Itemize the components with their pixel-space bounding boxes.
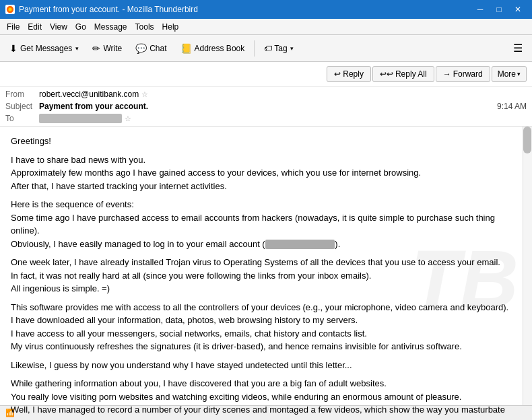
- write-label: Write: [103, 44, 122, 53]
- email-content: Greetings! I have to share bad news with…: [11, 135, 521, 420]
- to-star-icon[interactable]: ☆: [125, 114, 131, 123]
- maximize-button[interactable]: □: [490, 3, 508, 16]
- hamburger-button[interactable]: ☰: [508, 39, 528, 57]
- app-icon: [5, 5, 15, 14]
- from-star-icon[interactable]: ☆: [141, 90, 148, 99]
- action-buttons: ↩ Reply ↩↩ Reply All → Forward More ▾: [327, 66, 527, 82]
- subject-label: Subject: [5, 102, 39, 111]
- close-button[interactable]: ✕: [509, 3, 527, 16]
- address-book-button[interactable]: 📒 Address Book: [175, 40, 251, 57]
- from-row: From robert.vecci@unitibank.com ☆: [0, 87, 532, 100]
- email-actions-bar: ↩ Reply ↩↩ Reply All → Forward More ▾: [0, 62, 532, 87]
- write-icon: ✏: [92, 43, 100, 54]
- paragraph6: While gathering information about you, I…: [11, 377, 521, 420]
- tag-button[interactable]: 🏷 Tag ▾: [259, 41, 298, 56]
- svg-point-1: [8, 7, 11, 11]
- minimize-button[interactable]: ─: [471, 3, 489, 16]
- reply-all-label: Reply All: [395, 69, 427, 79]
- from-value: robert.vecci@unitibank.com: [39, 90, 139, 99]
- forward-label: Forward: [453, 69, 483, 79]
- write-button[interactable]: ✏ Write: [87, 40, 127, 57]
- from-label: From: [5, 90, 39, 99]
- reply-label: Reply: [343, 69, 364, 79]
- get-messages-button[interactable]: ⬇ Get Messages ▾: [4, 40, 84, 57]
- address-book-label: Address Book: [195, 44, 245, 53]
- more-label: More: [498, 69, 516, 79]
- paragraph3: One week later, I have already installed…: [11, 256, 521, 295]
- get-messages-icon: ⬇: [9, 43, 18, 54]
- paragraph1: I have to share bad news with you. Appro…: [11, 153, 521, 193]
- reply-all-icon: ↩↩: [380, 69, 393, 79]
- menu-view[interactable]: View: [46, 21, 71, 33]
- menu-message[interactable]: Message: [90, 21, 131, 33]
- email-time: 9:14 AM: [497, 102, 527, 111]
- scroll-track[interactable]: [523, 127, 532, 420]
- email-body: TB Greetings! I have to share bad news w…: [0, 127, 532, 420]
- menu-go[interactable]: Go: [71, 21, 90, 33]
- tag-icon: 🏷: [264, 44, 272, 53]
- forward-icon: →: [443, 69, 451, 79]
- to-value: [39, 114, 122, 123]
- tag-label: Tag: [274, 44, 287, 53]
- paragraph2: Here is the sequence of events: Some tim…: [11, 198, 521, 250]
- get-messages-dropdown-icon: ▾: [75, 45, 79, 52]
- greeting: Greetings!: [11, 135, 521, 148]
- paragraph5: Likewise, I guess by now you understand …: [11, 359, 521, 372]
- hamburger-icon: ☰: [513, 42, 523, 54]
- window-title: Payment from your account. - Mozilla Thu…: [19, 5, 198, 14]
- toolbar: ⬇ Get Messages ▾ ✏ Write 💬 Chat 📒 Addres…: [0, 35, 532, 62]
- toolbar-divider: [254, 40, 255, 57]
- menu-help[interactable]: Help: [158, 21, 183, 33]
- menu-tools[interactable]: Tools: [131, 21, 158, 33]
- chat-label: Chat: [149, 44, 166, 53]
- toolbar-right: ☰: [508, 39, 528, 57]
- tag-dropdown-icon: ▾: [290, 45, 294, 52]
- window-controls: ─ □ ✕: [471, 3, 527, 16]
- titlebar: Payment from your account. - Mozilla Thu…: [0, 0, 532, 19]
- to-label: To: [5, 114, 39, 123]
- subject-row: Subject Payment from your account. 9:14 …: [0, 100, 532, 112]
- to-row: To ☆: [0, 112, 532, 126]
- more-dropdown-icon: ▾: [517, 71, 521, 77]
- subject-value: Payment from your account.: [39, 102, 148, 111]
- reply-all-button[interactable]: ↩↩ Reply All: [372, 66, 434, 82]
- forward-button[interactable]: → Forward: [436, 66, 490, 82]
- scroll-thumb[interactable]: [523, 127, 531, 153]
- chat-icon: 💬: [135, 43, 147, 54]
- chat-button[interactable]: 💬 Chat: [130, 40, 172, 57]
- more-button[interactable]: More ▾: [492, 66, 527, 82]
- menu-file[interactable]: File: [3, 21, 24, 33]
- reply-button[interactable]: ↩ Reply: [327, 66, 371, 82]
- reply-icon: ↩: [334, 69, 341, 79]
- get-messages-label: Get Messages: [20, 44, 72, 53]
- menu-edit[interactable]: Edit: [24, 21, 46, 33]
- address-book-icon: 📒: [180, 43, 192, 54]
- menubar: File Edit View Go Message Tools Help: [0, 19, 532, 35]
- paragraph4: This software provides me with access to…: [11, 301, 521, 353]
- email-header: ↩ Reply ↩↩ Reply All → Forward More ▾ Fr…: [0, 62, 532, 127]
- blurred-email: [265, 240, 335, 249]
